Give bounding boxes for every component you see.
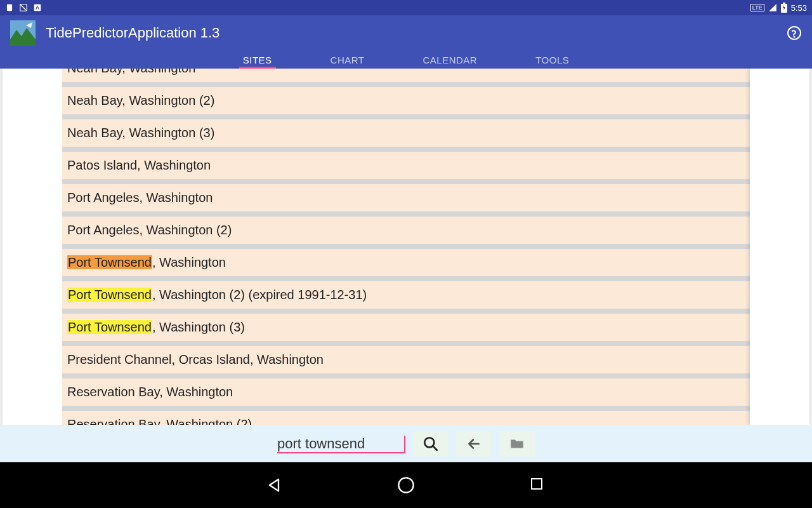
help-icon[interactable] (787, 25, 802, 41)
list-item[interactable]: Port Townsend, Washington (2) (expired 1… (62, 281, 750, 309)
list-item[interactable]: Reservation Bay, Washington (62, 378, 750, 406)
list-item[interactable]: Port Angeles, Washington (2) (62, 217, 750, 244)
search-input-wrap[interactable] (277, 436, 405, 452)
svg-rect-0 (7, 4, 12, 11)
nav-home-button[interactable] (397, 476, 415, 494)
text-cursor (404, 436, 405, 452)
back-button[interactable] (456, 431, 492, 457)
app-title: TidePredictorApplication 1.3 (46, 25, 787, 41)
list-item[interactable]: Port Townsend, Washington (62, 249, 750, 276)
list-item[interactable]: Port Townsend, Washington (3) (62, 314, 750, 341)
list-item[interactable]: Patos Island, Washington (62, 152, 750, 179)
search-bar (0, 425, 812, 462)
svg-point-9 (398, 478, 413, 492)
tab-bar: SITES CHART CALENDAR TOOLS (0, 51, 812, 69)
svg-text:A: A (36, 5, 39, 11)
signal-icon (768, 3, 777, 12)
list-item[interactable]: Reservation Bay, Washington (2) (62, 411, 750, 425)
side-panel-right (750, 69, 809, 425)
list-item[interactable]: Port Angeles, Washington (62, 184, 750, 211)
svg-point-7 (794, 37, 795, 37)
tab-calendar[interactable]: CALENDAR (419, 51, 481, 69)
folder-button[interactable] (499, 431, 535, 457)
list-item[interactable]: Neah Bay, Washington (62, 69, 750, 82)
notification-icon (5, 3, 14, 12)
search-button[interactable] (413, 431, 449, 457)
svg-rect-10 (532, 479, 542, 489)
status-time: 5:53 (791, 3, 807, 13)
status-bar: A LTE 5:53 (0, 0, 812, 15)
app-bar: TidePredictorApplication 1.3 (0, 15, 812, 51)
content-area: Neah Bay, WashingtonNeah Bay, Washington… (0, 69, 812, 425)
nav-recent-button[interactable] (529, 476, 547, 494)
tab-tools[interactable]: TOOLS (532, 51, 573, 69)
svg-rect-4 (783, 3, 785, 4)
search-input[interactable] (277, 436, 404, 452)
list-item[interactable]: Neah Bay, Washington (3) (62, 119, 750, 147)
input-underline (277, 452, 405, 453)
nav-back-button[interactable] (265, 476, 283, 494)
side-panel-left (3, 69, 62, 425)
lte-indicator: LTE (750, 4, 764, 11)
android-nav-bar (0, 462, 812, 508)
notification-icon: A (33, 3, 42, 12)
list-item[interactable]: President Channel, Orcas Island, Washing… (62, 346, 750, 373)
tab-chart[interactable]: CHART (327, 51, 369, 69)
notification-icon (19, 3, 28, 12)
sites-list[interactable]: Neah Bay, WashingtonNeah Bay, Washington… (62, 69, 750, 425)
app-icon (10, 20, 36, 46)
battery-charging-icon (781, 3, 787, 13)
tab-sites[interactable]: SITES (239, 51, 276, 69)
list-item[interactable]: Neah Bay, Washington (2) (62, 87, 750, 114)
